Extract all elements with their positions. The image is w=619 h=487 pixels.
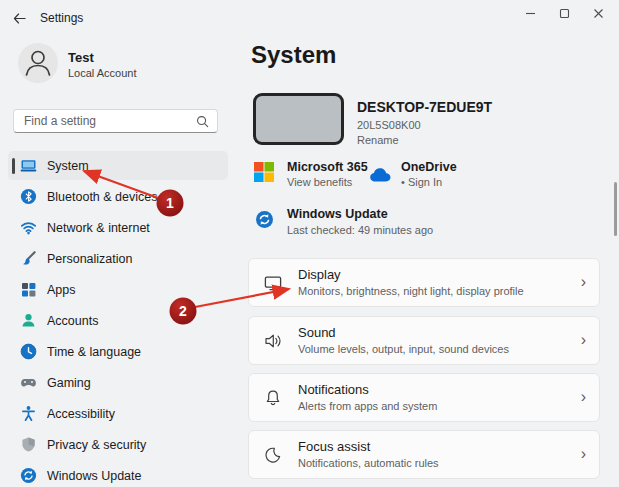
sync-icon [20, 467, 37, 484]
chevron-right-icon: › [581, 387, 586, 405]
card-title: Notifications [298, 382, 369, 397]
sidebar-item-label: Personalization [47, 252, 132, 266]
card-title: Focus assist [298, 439, 370, 454]
card-notifications[interactable]: Notifications Alerts from apps and syste… [248, 373, 600, 422]
windows-update-title[interactable]: Windows Update [287, 207, 388, 221]
windows-update-status-icon [255, 210, 274, 229]
clock-icon [20, 343, 37, 360]
sidebar-item-label: Apps [47, 283, 76, 297]
rename-link[interactable]: Rename [357, 134, 399, 146]
scrollbar-thumb[interactable] [614, 182, 617, 236]
windows-update-status: Last checked: 49 minutes ago [287, 224, 433, 236]
card-sound[interactable]: Sound Volume levels, output, input, soun… [248, 316, 600, 365]
sidebar-item-privacy-security[interactable]: Privacy & security [8, 430, 228, 459]
minimize-icon [525, 8, 536, 19]
device-name: DESKTOP-7EDUE9T [357, 99, 492, 115]
card-focus-assist[interactable]: Focus assist Notifications, automatic ru… [248, 430, 600, 479]
brush-icon [20, 250, 37, 267]
system-icon [20, 157, 37, 174]
card-subtitle: Alerts from apps and system [298, 400, 437, 412]
sidebar-item-label: Windows Update [47, 469, 142, 483]
sidebar-item-system[interactable]: System [8, 151, 228, 180]
microsoft-logo-icon [254, 162, 274, 182]
avatar[interactable] [18, 43, 58, 83]
maximize-icon [559, 8, 570, 19]
sidebar-item-gaming[interactable]: Gaming [8, 368, 228, 397]
wifi-icon [20, 219, 37, 236]
sidebar-item-apps[interactable]: Apps [8, 275, 228, 304]
chevron-right-icon: › [581, 272, 586, 290]
search-icon [196, 115, 209, 128]
sidebar-item-label: Time & language [47, 345, 141, 359]
card-display[interactable]: Display Monitors, brightness, night ligh… [248, 258, 600, 307]
back-arrow-icon [12, 11, 27, 26]
shield-icon [20, 436, 37, 453]
device-thumbnail [253, 93, 344, 145]
display-icon [263, 273, 283, 293]
account-name: Test [68, 50, 94, 65]
gamepad-icon [20, 374, 37, 391]
selected-indicator [12, 158, 15, 174]
person-icon [18, 43, 58, 83]
microsoft365-title[interactable]: Microsoft 365 [287, 160, 368, 174]
account-type: Local Account [68, 67, 137, 79]
sidebar-item-personalization[interactable]: Personalization [8, 244, 228, 273]
chevron-right-icon: › [581, 444, 586, 462]
sidebar-item-windows-update[interactable]: Windows Update [8, 461, 228, 487]
back-button[interactable] [10, 9, 28, 27]
sound-icon [263, 331, 283, 351]
card-subtitle: Volume levels, output, input, sound devi… [298, 343, 509, 355]
accounts-person-icon [20, 312, 37, 329]
sidebar-item-network-internet[interactable]: Network & internet [8, 213, 228, 242]
device-model: 20L5S08K00 [357, 119, 421, 131]
minimize-button[interactable] [513, 0, 547, 26]
chevron-right-icon: › [581, 330, 586, 348]
sidebar-item-label: Accessibility [47, 407, 115, 421]
search-input[interactable] [24, 114, 196, 128]
moon-icon [263, 445, 283, 465]
page-title: System [251, 41, 336, 69]
card-title: Display [298, 267, 341, 282]
sidebar-item-label: Privacy & security [47, 438, 146, 452]
close-button[interactable] [581, 0, 615, 26]
sidebar-item-label: Gaming [47, 376, 91, 390]
sidebar-item-accounts[interactable]: Accounts [8, 306, 228, 335]
sidebar-item-label: System [47, 159, 89, 173]
card-title: Sound [298, 325, 336, 340]
window-title: Settings [40, 11, 83, 25]
onedrive-cloud-icon [369, 167, 393, 183]
onedrive-subtitle[interactable]: • Sign In [401, 176, 442, 188]
bell-icon [263, 388, 283, 408]
close-icon [593, 8, 604, 19]
sidebar-item-label: Accounts [47, 314, 98, 328]
maximize-button[interactable] [547, 0, 581, 26]
card-subtitle: Monitors, brightness, night light, displ… [298, 285, 524, 297]
sidebar-item-accessibility[interactable]: Accessibility [8, 399, 228, 428]
sidebar-item-label: Bluetooth & devices [47, 190, 158, 204]
card-subtitle: Notifications, automatic rules [298, 457, 439, 469]
search-box[interactable] [13, 109, 218, 133]
sidebar-item-time-language[interactable]: Time & language [8, 337, 228, 366]
accessibility-person-icon [20, 405, 37, 422]
apps-grid-icon [20, 281, 37, 298]
microsoft365-subtitle[interactable]: View benefits [287, 176, 352, 188]
settings-window: Settings Test Local Account System [0, 0, 619, 487]
bluetooth-icon [20, 188, 37, 205]
sidebar-nav: System Bluetooth & devices Network & int… [0, 151, 240, 487]
sidebar-item-label: Network & internet [47, 221, 150, 235]
sidebar-item-bluetooth-devices[interactable]: Bluetooth & devices [8, 182, 228, 211]
onedrive-title[interactable]: OneDrive [401, 160, 457, 174]
